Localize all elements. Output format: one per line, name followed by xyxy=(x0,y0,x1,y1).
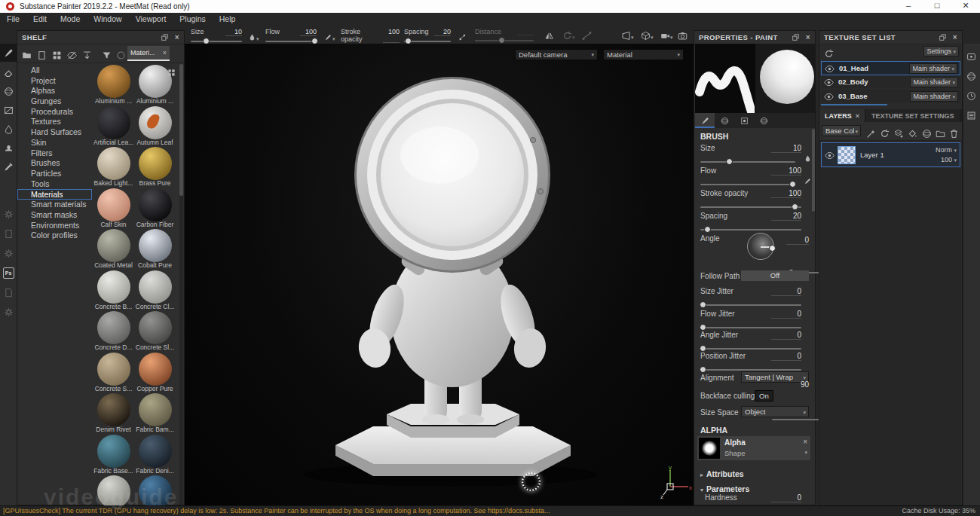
add-mask-icon[interactable] xyxy=(866,127,876,140)
photoshop-export-icon[interactable]: Ps xyxy=(0,264,17,282)
param-flow-value[interactable]: 100 xyxy=(771,166,801,176)
close-icon[interactable]: × xyxy=(175,33,179,41)
menu-mode[interactable]: Mode xyxy=(54,13,87,26)
plugin-gear2-icon[interactable] xyxy=(0,244,17,262)
shelf-category-tools[interactable]: Tools xyxy=(17,179,92,190)
shelf-category-textures[interactable]: Textures xyxy=(17,117,92,127)
material-item[interactable]: Baked Light... xyxy=(93,146,133,188)
viewport-3d[interactable]: Default camera▾ Material▾ y x z xyxy=(185,44,694,505)
shelf-category-smart-materials[interactable]: Smart materials xyxy=(17,200,92,210)
close-icon[interactable]: × xyxy=(803,438,807,446)
brush-preset-icon[interactable] xyxy=(804,151,812,165)
flow-jitter-slider[interactable] xyxy=(700,327,801,328)
lazy-mouse-icon[interactable] xyxy=(458,30,467,44)
shelf-category-environments[interactable]: Environments xyxy=(17,221,92,231)
material-item[interactable]: Coated Metal xyxy=(93,228,133,270)
material-item[interactable]: Copper Pure xyxy=(135,352,175,393)
shader-settings-icon[interactable] xyxy=(966,69,978,81)
close-button[interactable]: ✕ xyxy=(951,0,980,13)
filter-icon[interactable] xyxy=(102,48,112,62)
size-space-select[interactable]: Object▾ xyxy=(741,406,809,417)
spacing-slider-group[interactable]: Spacing20 xyxy=(404,28,451,43)
history-icon[interactable] xyxy=(966,89,978,100)
material-item[interactable]: Concrete B... xyxy=(93,270,133,311)
add-fill-layer-icon[interactable] xyxy=(908,127,917,140)
texture-set-row-02_body[interactable]: 02_BodyMain shader ▾ xyxy=(821,75,960,88)
eye-slash-icon[interactable] xyxy=(67,48,77,62)
add-effect-icon[interactable] xyxy=(880,127,890,140)
layer-thumbnail[interactable] xyxy=(838,146,856,164)
close-icon[interactable]: × xyxy=(806,33,810,41)
screenshot-icon[interactable] xyxy=(678,29,688,42)
position-jitter-slider[interactable] xyxy=(700,369,801,371)
stroke-profile-icon[interactable] xyxy=(804,174,812,188)
shader-select[interactable]: Main shader ▾ xyxy=(909,63,957,74)
layer-opacity[interactable]: 100 ▾ xyxy=(936,155,957,165)
eye-icon[interactable] xyxy=(824,90,834,103)
menu-help[interactable]: Help xyxy=(213,13,243,26)
tab-stencil[interactable] xyxy=(754,113,773,128)
polygon-fill-tool[interactable] xyxy=(0,101,17,119)
menu-edit[interactable]: Edit xyxy=(26,13,54,26)
tab-alpha[interactable] xyxy=(734,113,754,128)
shelf-category-materials[interactable]: Materials xyxy=(17,189,92,200)
menu-viewport[interactable]: Viewport xyxy=(129,13,173,26)
param-size-slider[interactable] xyxy=(700,161,795,163)
log-icon[interactable] xyxy=(966,108,978,120)
plugin-gear-icon[interactable] xyxy=(0,205,17,223)
new-resource-icon[interactable] xyxy=(37,48,47,62)
layer-row[interactable]: Layer 1 Norm ▾ 100 ▾ xyxy=(821,142,960,167)
grid-view-icon[interactable] xyxy=(167,66,176,79)
refresh-sets-icon[interactable] xyxy=(824,47,834,60)
material-item[interactable]: Fabric Deni... xyxy=(135,434,175,475)
shader-select[interactable]: Main shader ▾ xyxy=(910,91,958,102)
position-jitter-value[interactable]: 0 xyxy=(771,352,801,361)
display-settings-icon[interactable] xyxy=(966,50,978,61)
size-value[interactable]: 10 xyxy=(225,28,242,36)
menu-plugins[interactable]: Plugins xyxy=(173,13,212,26)
clone-tool[interactable] xyxy=(0,139,17,157)
material-item[interactable]: Fabric Bam... xyxy=(135,392,175,434)
undock-icon[interactable] xyxy=(939,33,947,41)
shelf-category-procedurals[interactable]: Procedurals xyxy=(17,107,92,118)
camera-view-icon[interactable]: ▾ xyxy=(660,29,673,42)
grid-icon[interactable] xyxy=(52,48,62,62)
param-stroke-opacity-slider[interactable] xyxy=(700,206,801,208)
flow-value[interactable]: 100 xyxy=(300,28,317,36)
material-item[interactable]: Artificial Lea... xyxy=(93,105,133,147)
resources-updater-icon[interactable] xyxy=(0,224,17,243)
texture-set-row-01_head[interactable]: 01_HeadMain shader ▾ xyxy=(821,61,960,75)
add-group-icon[interactable] xyxy=(936,127,945,140)
angle-jitter-slider[interactable] xyxy=(700,348,801,350)
symmetry-icon[interactable] xyxy=(544,29,554,42)
properties-scrollbar[interactable] xyxy=(812,129,815,506)
material-item[interactable]: Concrete D... xyxy=(93,310,133,352)
stroke-profile-icon[interactable]: ▾ xyxy=(324,30,335,44)
tab-layers[interactable]: LAYERS× xyxy=(819,109,865,122)
folder-icon[interactable] xyxy=(22,48,32,62)
projection-tool[interactable] xyxy=(0,82,17,100)
eye-icon[interactable] xyxy=(824,75,834,89)
shelf-category-hard-surfaces[interactable]: Hard Surfaces xyxy=(17,127,92,138)
material-item[interactable]: Fabric Base... xyxy=(93,434,133,475)
shader-select[interactable]: Main shader ▾ xyxy=(910,77,958,87)
material-item[interactable]: Calf Skin xyxy=(93,188,133,229)
attributes-section[interactable]: ▸Attributes xyxy=(700,466,744,480)
minimize-button[interactable]: – xyxy=(894,0,923,13)
smudge-tool[interactable] xyxy=(0,120,17,138)
angle-dial[interactable] xyxy=(747,233,774,260)
shelf-category-all[interactable]: All xyxy=(17,66,92,76)
add-smart-material-icon[interactable] xyxy=(922,127,932,140)
tab-texture-set-settings[interactable]: TEXTURE SET SETTINGS xyxy=(866,109,960,122)
material-item[interactable]: Cobalt Pure xyxy=(135,228,175,270)
tab-material[interactable] xyxy=(715,113,734,128)
add-layer-icon[interactable] xyxy=(893,127,903,140)
stroke-opacity-slider-group[interactable]: Stroke opacity100 xyxy=(341,28,400,43)
alpha-resource[interactable]: Alpha Shape × ▾ xyxy=(697,436,810,460)
viewport-layout-icon[interactable]: ▾ xyxy=(641,29,654,42)
material-item[interactable]: Concrete Cl... xyxy=(135,270,175,311)
import-icon[interactable] xyxy=(82,48,92,62)
menu-window[interactable]: Window xyxy=(87,13,128,26)
spacing-value[interactable]: 20 xyxy=(434,28,451,36)
stroke-opacity-value[interactable]: 100 xyxy=(383,28,400,43)
